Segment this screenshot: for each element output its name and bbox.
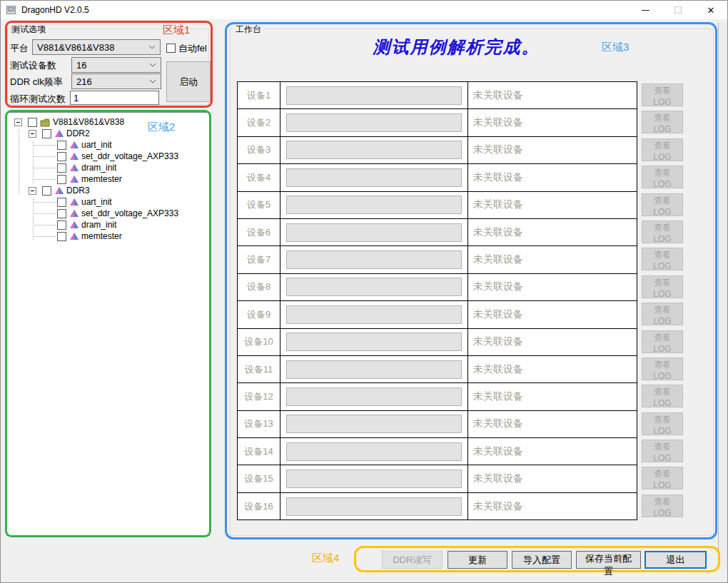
view-log-button[interactable]: 查看LOG <box>642 138 683 161</box>
tree-checkbox[interactable] <box>57 141 66 150</box>
view-log-button[interactable]: 查看LOG <box>642 111 683 133</box>
device-row-box: 设备9未关联设备 <box>237 300 637 328</box>
view-log-button[interactable]: 查看LOG <box>642 275 683 298</box>
maximize-icon <box>674 6 682 14</box>
view-log-button[interactable]: 查看LOG <box>642 440 683 462</box>
view-log-button[interactable]: 查看LOG <box>642 83 683 106</box>
view-log-button[interactable]: 查看LOG <box>642 358 683 380</box>
device-status: 未关联设备 <box>468 383 637 410</box>
tree-item[interactable]: set_ddr_voltage_AXP333 <box>7 151 209 162</box>
device-row: 设备13未关联设备查看LOG <box>237 410 687 438</box>
close-button[interactable]: ✕ <box>694 1 727 19</box>
device-count-value: 16 <box>76 60 86 71</box>
device-label: 设备11 <box>238 356 280 382</box>
test-tree: V881&V861&V838DDR2uart_initset_ddr_volta… <box>6 112 210 536</box>
view-log-button[interactable]: 查看LOG <box>642 385 683 407</box>
tree-item[interactable]: DDR3 <box>7 185 209 196</box>
maximize-button[interactable] <box>662 1 694 19</box>
view-log-button[interactable]: 查看LOG <box>642 303 683 325</box>
titlebar: DragonHD V2.0.5 ✕ <box>1 1 727 19</box>
expander-minus-icon[interactable] <box>29 187 36 195</box>
tree-checkbox[interactable] <box>57 163 66 173</box>
window-controls: ✕ <box>629 1 727 19</box>
tree-connector <box>34 156 56 157</box>
tree-item[interactable]: set_ddr_voltage_AXP333 <box>7 208 209 219</box>
device-label: 设备2 <box>238 109 280 136</box>
device-progress-cell <box>280 493 468 519</box>
device-progress-bar <box>286 415 462 433</box>
expander-minus-icon[interactable] <box>14 118 22 126</box>
folder-icon <box>40 118 51 127</box>
device-row: 设备12未关联设备查看LOG <box>237 382 687 410</box>
device-progress-bar <box>286 333 462 351</box>
tree-item[interactable]: uart_init <box>7 196 209 208</box>
tree-item-label: DDR2 <box>66 128 90 138</box>
device-progress-bar <box>286 470 462 488</box>
view-log-button[interactable]: 查看LOG <box>642 193 683 216</box>
ddr-clk-select[interactable]: 216 <box>71 73 161 89</box>
device-status: 未关联设备 <box>468 192 637 218</box>
loop-count-input[interactable] <box>70 91 159 105</box>
device-row-box: 设备13未关联设备 <box>237 410 637 438</box>
device-status: 未关联设备 <box>468 465 637 492</box>
tree-checkbox[interactable] <box>57 220 66 230</box>
tree-checkbox[interactable] <box>42 129 51 138</box>
minimize-button[interactable] <box>629 1 662 19</box>
exit-button[interactable]: 退出 <box>644 551 707 569</box>
tree-item[interactable]: V881&V861&V838 <box>7 116 209 128</box>
view-log-button[interactable]: 查看LOG <box>642 467 683 490</box>
tree-item[interactable]: dram_init <box>7 162 209 173</box>
device-progress-cell <box>280 219 468 245</box>
autofel-checkbox[interactable] <box>166 44 176 53</box>
tree-item[interactable]: memtester <box>7 230 209 242</box>
device-row-box: 设备15未关联设备 <box>237 465 637 492</box>
tree-connector <box>34 236 56 237</box>
annotation-label-region4: 区域4 <box>312 552 339 565</box>
loop-count-label: 循环测试次数 <box>10 93 66 106</box>
start-button[interactable]: 启动 <box>166 61 211 102</box>
view-log-button[interactable]: 查看LOG <box>642 166 683 188</box>
view-log-button[interactable]: 查看LOG <box>642 248 683 270</box>
view-log-button[interactable]: 查看LOG <box>642 412 683 435</box>
expander-minus-icon[interactable] <box>29 130 36 138</box>
device-label: 设备15 <box>238 465 280 492</box>
tree-checkbox[interactable] <box>57 175 66 184</box>
device-label: 设备13 <box>238 411 280 437</box>
view-log-button[interactable]: 查看LOG <box>642 220 683 243</box>
tree-checkbox[interactable] <box>57 198 66 207</box>
device-row: 设备15未关联设备查看LOG <box>237 465 687 492</box>
tree-checkbox[interactable] <box>42 186 51 196</box>
device-progress-bar <box>286 305 462 324</box>
tree-item[interactable]: memtester <box>7 173 209 185</box>
view-log-button[interactable]: 查看LOG <box>642 330 683 353</box>
tree-item[interactable]: uart_init <box>7 139 209 151</box>
platform-select[interactable]: V881&V861&V838 <box>32 39 161 55</box>
device-progress-cell <box>280 274 468 300</box>
device-row: 设备3未关联设备查看LOG <box>237 136 687 164</box>
device-label: 设备4 <box>238 164 280 191</box>
tree-item-label: DDR3 <box>66 186 90 196</box>
view-log-button[interactable]: 查看LOG <box>642 495 683 517</box>
device-status: 未关联设备 <box>468 274 637 300</box>
tree-item[interactable]: dram_init <box>7 219 209 230</box>
ddr-readwrite-button[interactable]: DDR读写 <box>382 551 443 569</box>
test-case-icon <box>54 186 64 195</box>
import-config-button[interactable]: 导入配置 <box>512 551 572 569</box>
test-case-icon <box>69 232 79 240</box>
device-progress-bar <box>286 113 462 132</box>
device-label: 设备7 <box>238 246 280 273</box>
tree-checkbox[interactable] <box>57 209 66 218</box>
device-status: 未关联设备 <box>468 329 637 355</box>
tree-checkbox[interactable] <box>28 118 37 127</box>
tree-item[interactable]: DDR2 <box>7 128 209 139</box>
save-config-button[interactable]: 保存当前配置 <box>576 551 641 569</box>
device-row-box: 设备16未关联设备 <box>237 492 637 520</box>
update-button[interactable]: 更新 <box>448 551 507 569</box>
tree-checkbox[interactable] <box>57 152 66 161</box>
workbench-title: 工作台 <box>233 24 264 36</box>
device-count-select[interactable]: 16 <box>71 57 161 73</box>
tree-item-label: set_ddr_voltage_AXP333 <box>81 208 178 218</box>
tree-checkbox[interactable] <box>57 232 66 241</box>
test-case-icon <box>69 198 79 206</box>
platform-label: 平台 <box>10 42 29 55</box>
